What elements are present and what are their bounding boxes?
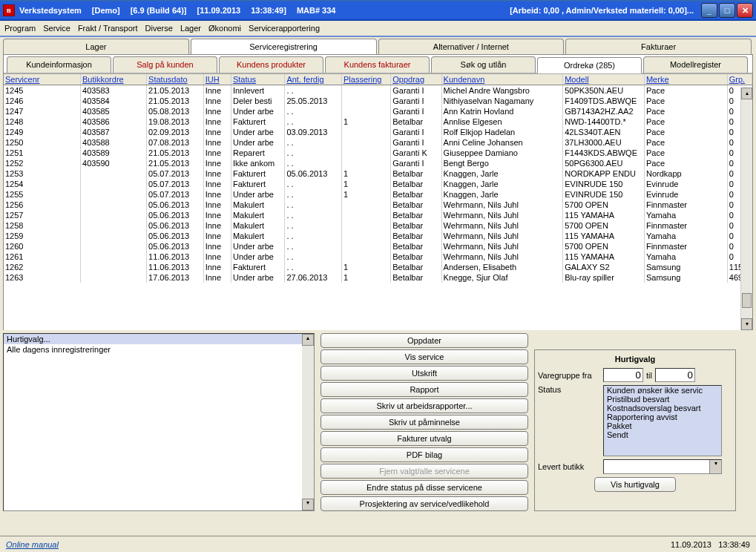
menu-diverse[interactable]: Diverse bbox=[145, 24, 173, 33]
hurtigvalg-listbox[interactable]: Hurtigvalg... Alle dagens innregistrerin… bbox=[3, 333, 315, 511]
table-row[interactable]: 125805.06.2013InneMakulert. .BetalbarWeh… bbox=[4, 220, 752, 231]
table-row[interactable]: 125605.06.2013InneMakulert. .BetalbarWeh… bbox=[4, 200, 752, 210]
subtab-kundeinformasjon[interactable]: Kundeinformasjon bbox=[7, 56, 111, 73]
table-row[interactable]: 124740358505.08.2013InneUnder arbe. .Gar… bbox=[4, 106, 752, 116]
table-row[interactable]: 126005.06.2013InneUnder arbe. .BetalbarW… bbox=[4, 241, 752, 252]
footer-date: 11.09.2013 bbox=[671, 540, 711, 549]
utskrift-button[interactable]: Utskrift bbox=[321, 366, 528, 381]
table-row[interactable]: 125905.06.2013InneMakulert. .BetalbarWeh… bbox=[4, 231, 752, 241]
table-row[interactable]: 124540358321.05.2013InneInnlevert. .Gara… bbox=[4, 85, 752, 96]
col-merke[interactable]: Merke bbox=[644, 74, 727, 85]
status-label: Status bbox=[538, 385, 600, 394]
col-modell[interactable]: Modell bbox=[563, 74, 645, 85]
fakturer-utvalg-button[interactable]: Fakturer utvalg bbox=[321, 431, 528, 446]
title-time: 13:38:49] bbox=[251, 6, 286, 15]
menu-service[interactable]: Service bbox=[43, 24, 70, 33]
levert-combo[interactable]: ▾ bbox=[603, 459, 722, 474]
col-oppdrag[interactable]: Oppdrag bbox=[391, 74, 441, 85]
skriv-ut-arbeidsrapporter--button[interactable]: Skriv ut arbeidsrapporter... bbox=[321, 398, 528, 413]
col-kundenavn[interactable]: Kundenavn bbox=[441, 74, 563, 85]
varegruppe-to-input[interactable] bbox=[655, 368, 695, 382]
subtab-modellregister[interactable]: Modellregister bbox=[643, 56, 748, 73]
col-butikkordre[interactable]: Butikkordre bbox=[81, 74, 147, 85]
scroll-down-icon[interactable]: ▾ bbox=[741, 318, 752, 330]
status-bar: Online manual 11.09.2013 13:38:49 bbox=[0, 536, 756, 552]
table-row[interactable]: 125705.06.2013InneMakulert. .BetalbarWeh… bbox=[4, 210, 752, 220]
status-item[interactable]: Kunden ønsker ikke servic bbox=[604, 386, 721, 395]
list-scroll-up-icon[interactable]: ▴ bbox=[302, 334, 314, 346]
vis-hurtigvalg-button[interactable]: Vis hurtigvalg bbox=[594, 477, 676, 492]
menu-frakt[interactable]: Frakt / Transport bbox=[78, 24, 138, 33]
title-right: [Arbeid: 0,00 , Admin/Verksted materiell… bbox=[510, 6, 694, 15]
hurtigvalg-heading[interactable]: Hurtigvalg... bbox=[4, 334, 314, 344]
table-row[interactable]: 124840358619.08.2013InneFakturert. .1Bet… bbox=[4, 116, 752, 127]
table-row[interactable]: 124940358702.09.2013InneUnder arbe03.09.… bbox=[4, 127, 752, 137]
online-manual-link[interactable]: Online manual bbox=[6, 540, 59, 549]
table-row[interactable]: 125040358807.08.2013InneUnder arbe. .Gar… bbox=[4, 137, 752, 148]
title-mab: MAB# 334 bbox=[297, 6, 336, 15]
hurtigvalg-item[interactable]: Alle dagens innregistreringer bbox=[4, 344, 314, 355]
chevron-down-icon[interactable]: ▾ bbox=[709, 460, 721, 473]
table-row[interactable]: 124640358421.05.2013InneDeler besti25.05… bbox=[4, 96, 752, 106]
status-item[interactable]: Pristilbud besvart bbox=[604, 395, 721, 404]
fjern-valgt-alle-servicene-button: Fjern valgt/alle servicene bbox=[321, 464, 528, 479]
subtab-s-k-og-utl-n[interactable]: Søk og utlån bbox=[431, 56, 536, 73]
oppdater-button[interactable]: Oppdater bbox=[321, 333, 528, 348]
skriv-ut-p-minnelse-button[interactable]: Skriv ut påminnelse bbox=[321, 415, 528, 430]
status-item[interactable]: Pakket bbox=[604, 421, 721, 430]
table-row[interactable]: 125305.07.2013InneFakturert05.06.20131Be… bbox=[4, 168, 752, 179]
menu-okonomi[interactable]: Økonomi bbox=[208, 24, 241, 33]
grid-scrollbar[interactable]: ▴ ▾ bbox=[740, 88, 752, 330]
service-grid[interactable]: ServicenrButikkordreStatusdatoIUHStatusA… bbox=[4, 73, 752, 330]
status-item[interactable]: Kostnadsoverslag besvart bbox=[604, 404, 721, 413]
table-row[interactable]: 126211.06.2013InneFakturert. .1BetalbarA… bbox=[4, 262, 752, 272]
col-iuh[interactable]: IUH bbox=[203, 74, 231, 85]
app-icon: B bbox=[3, 4, 15, 16]
minimize-button[interactable]: _ bbox=[701, 3, 717, 18]
subtab-kundens-produkter[interactable]: Kundens produkter bbox=[219, 56, 323, 73]
til-label: til bbox=[646, 371, 652, 380]
col-status[interactable]: Status bbox=[231, 74, 284, 85]
tab-lager[interactable]: Lager bbox=[3, 39, 189, 54]
tab-fakturaer[interactable]: Fakturaer bbox=[565, 39, 752, 54]
prosjektering-av-service-vedlikehold-button[interactable]: Prosjektering av service/vedlikehold bbox=[321, 496, 528, 511]
action-buttons: OppdaterVis serviceUtskriftRapportSkriv … bbox=[321, 333, 528, 511]
menu-program[interactable]: Program bbox=[4, 24, 36, 33]
table-row[interactable]: 125240359021.05.2013InneIkke ankom. .Gar… bbox=[4, 158, 752, 168]
pdf-bilag-button[interactable]: PDF bilag bbox=[321, 447, 528, 462]
title-date: [11.09.2013 bbox=[197, 6, 240, 15]
scroll-up-icon[interactable]: ▴ bbox=[741, 88, 752, 99]
rapport-button[interactable]: Rapport bbox=[321, 382, 528, 397]
status-listbox[interactable]: Kunden ønsker ikke servicPristilbud besv… bbox=[603, 385, 722, 456]
table-row[interactable]: 126111.06.2013InneUnder arbe. .BetalbarW… bbox=[4, 252, 752, 262]
status-item[interactable]: Sendt bbox=[604, 430, 721, 439]
list-scroll-down-icon[interactable]: ▾ bbox=[302, 499, 314, 510]
subtab-salg-p-kunden[interactable]: Salg på kunden bbox=[113, 56, 217, 73]
levert-label: Levert butikk bbox=[538, 462, 600, 471]
scroll-thumb[interactable] bbox=[742, 293, 752, 308]
col-grp-[interactable]: Grp. bbox=[727, 74, 752, 85]
title-app: Verkstedsystem bbox=[19, 6, 82, 15]
hurtigvalg-filter-panel: Hurtigvalg Varegruppe fra til Status Kun… bbox=[534, 349, 736, 511]
table-row[interactable]: 125140358921.05.2013InneReparert. .Garan… bbox=[4, 148, 752, 158]
col-plassering[interactable]: Plassering bbox=[342, 74, 391, 85]
tab-alternativer-internet[interactable]: Alternativer / Internet bbox=[378, 39, 565, 54]
maximize-button[interactable]: □ bbox=[719, 3, 735, 18]
tab-serviceregistrering[interactable]: Serviceregistrering bbox=[191, 39, 377, 54]
col-servicenr[interactable]: Servicenr bbox=[4, 74, 81, 85]
varegruppe-from-input[interactable] bbox=[603, 368, 643, 382]
table-row[interactable]: 125505.07.2013InneUnder arbe. .1Betalbar… bbox=[4, 189, 752, 200]
vis-service-button[interactable]: Vis service bbox=[321, 349, 528, 364]
menu-lager[interactable]: Lager bbox=[180, 24, 201, 33]
close-button[interactable]: ✕ bbox=[737, 3, 753, 18]
col-ant-ferdig[interactable]: Ant. ferdig bbox=[285, 74, 342, 85]
endre-status-p-disse-servicene-button[interactable]: Endre status på disse servicene bbox=[321, 480, 528, 495]
status-item[interactable]: Rapportering avvist bbox=[604, 413, 721, 421]
subtab-kundens-fakturaer[interactable]: Kundens fakturaer bbox=[325, 56, 430, 73]
tabs-secondary: KundeinformasjonSalg på kundenKundens pr… bbox=[4, 56, 752, 73]
subtab-ordrek-285-[interactable]: Ordrekø (285) bbox=[537, 57, 642, 73]
table-row[interactable]: 125405.07.2013InneFakturert. .1BetalbarK… bbox=[4, 179, 752, 189]
menu-servicerapportering[interactable]: Servicerapportering bbox=[249, 24, 320, 33]
col-statusdato[interactable]: Statusdato bbox=[147, 74, 204, 85]
table-row[interactable]: 126317.06.2013InneUnder arbe27.06.20131B… bbox=[4, 272, 752, 283]
